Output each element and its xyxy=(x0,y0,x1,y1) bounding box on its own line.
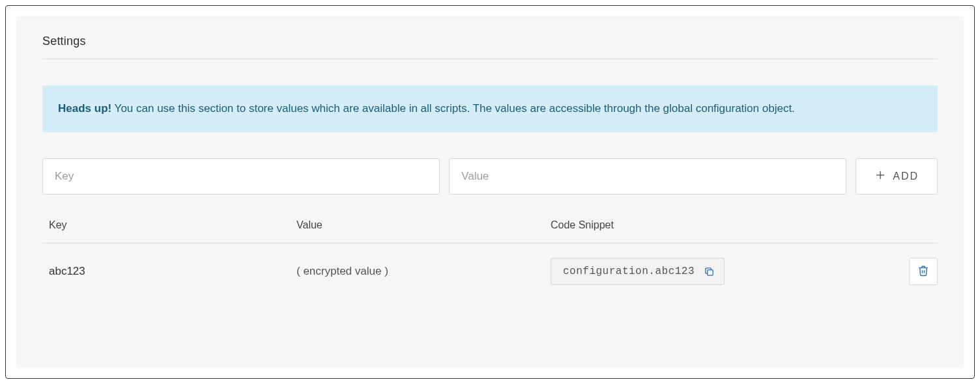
add-entry-row: ADD xyxy=(42,158,938,195)
header-snippet: Code Snippet xyxy=(551,219,899,231)
table-header: Key Value Code Snippet xyxy=(42,219,938,243)
row-key: abc123 xyxy=(42,265,296,278)
info-banner-strong: Heads up! xyxy=(58,102,111,115)
svg-rect-2 xyxy=(708,269,713,275)
row-snippet: configuration.abc123 xyxy=(551,258,899,285)
add-button-label: ADD xyxy=(893,171,919,182)
delete-button[interactable] xyxy=(909,258,938,285)
copy-icon[interactable] xyxy=(704,266,715,277)
row-actions xyxy=(899,258,938,285)
trash-icon xyxy=(917,265,929,279)
plus-icon xyxy=(874,169,886,184)
settings-panel: Settings Heads up! You can use this sect… xyxy=(16,16,964,368)
window-frame: Settings Heads up! You can use this sect… xyxy=(5,5,975,379)
snippet-text: configuration.abc123 xyxy=(563,266,695,277)
table-row: abc123 ( encrypted value ) configuration… xyxy=(42,243,938,285)
header-value: Value xyxy=(296,219,551,231)
snippet-box: configuration.abc123 xyxy=(551,258,725,285)
header-key: Key xyxy=(42,219,296,231)
add-button[interactable]: ADD xyxy=(856,158,938,195)
info-banner: Heads up! You can use this section to st… xyxy=(42,85,938,132)
value-input[interactable] xyxy=(449,158,846,195)
info-banner-text: You can use this section to store values… xyxy=(111,102,795,115)
section-title: Settings xyxy=(42,34,938,59)
key-input[interactable] xyxy=(42,158,440,195)
row-value: ( encrypted value ) xyxy=(296,265,551,278)
